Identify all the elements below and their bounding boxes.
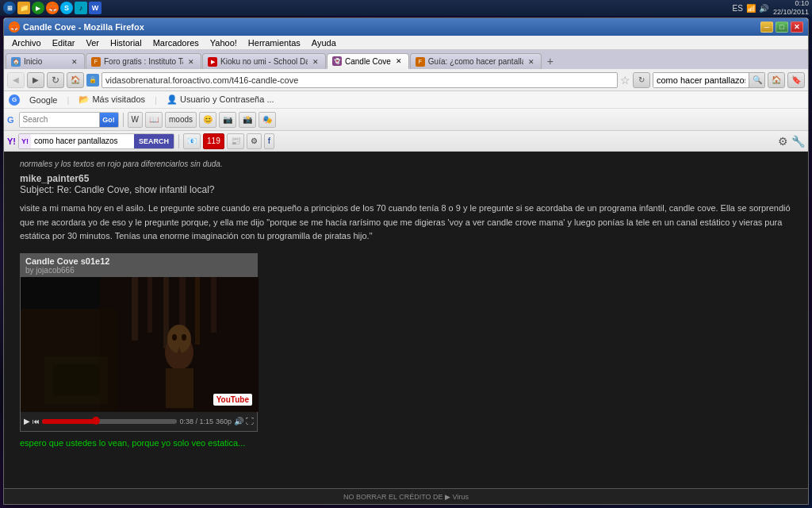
desktop: ⊞ 📁 ▶ 🦊 S ♪ W bbox=[0, 0, 812, 508]
svg-rect-3 bbox=[132, 277, 138, 341]
windows-start-icon[interactable]: ⊞ bbox=[3, 2, 16, 14]
bookmark-mas-visitados[interactable]: 📂 Más visitados bbox=[75, 93, 148, 106]
menu-ayuda[interactable]: Ayuda bbox=[307, 37, 341, 49]
back-button[interactable]: ◀ bbox=[7, 72, 25, 88]
svg-rect-16 bbox=[52, 364, 100, 396]
title-bar-left: 🦊 Candle Cove - Mozilla Firefox bbox=[9, 21, 144, 33]
bookmark-separator2: | bbox=[155, 95, 157, 105]
menu-ver[interactable]: Ver bbox=[81, 37, 104, 49]
system-clock: 0:10 22/10/2011 bbox=[773, 0, 809, 17]
browser-favicon: 🦊 bbox=[9, 21, 20, 33]
yahoo-mail-btn[interactable]: 📧 bbox=[183, 133, 201, 149]
toolbar-word-btn[interactable]: W bbox=[128, 112, 143, 128]
menu-marcadores[interactable]: Marcadores bbox=[148, 37, 204, 49]
address-input[interactable] bbox=[102, 72, 618, 88]
nav-search-go-button[interactable]: 🔍 bbox=[749, 73, 764, 87]
yt-fullscreen-button[interactable]: ⛶ bbox=[246, 417, 254, 425]
forum-content: normales y los textos en rojo para difer… bbox=[4, 152, 808, 488]
tab-guia[interactable]: F Guía: ¿como hacer pantallazos? - Inst.… bbox=[410, 53, 542, 69]
nav-home2-button[interactable]: 🏠 bbox=[768, 72, 785, 88]
home-button[interactable]: 🏠 bbox=[67, 72, 84, 88]
yahoo-extra-btn[interactable]: ⚙ bbox=[247, 133, 262, 149]
toolbar-extra-btn[interactable]: 🎭 bbox=[259, 112, 276, 128]
yahoo-search-button[interactable]: SEARCH bbox=[134, 134, 174, 148]
yt-play-button[interactable]: ▶ bbox=[24, 417, 30, 425]
post-username: mike_painter65 bbox=[20, 173, 792, 184]
word-icon[interactable]: W bbox=[89, 2, 102, 14]
yt-controls[interactable]: ▶ ⏮ 0:38 / 1:15 360p 🔊 ⛶ bbox=[21, 412, 257, 431]
yahoo-search-box: Y! SEARCH bbox=[18, 133, 174, 149]
nav-right: ☆ ↻ 🔍 🏠 🔖 bbox=[620, 72, 805, 88]
google-toolbar-search-box: Go! bbox=[19, 112, 119, 128]
browser-title: Candle Cove - Mozilla Firefox bbox=[23, 22, 144, 32]
tab-inicio[interactable]: 🏠 Inicio ✕ bbox=[6, 53, 85, 69]
tab-close-candle[interactable]: ✕ bbox=[394, 56, 404, 66]
minimize-button[interactable]: ─ bbox=[760, 21, 773, 33]
yt-volume-button[interactable]: 🔊 bbox=[234, 417, 243, 425]
tab-favicon-inicio: 🏠 bbox=[11, 57, 21, 67]
google-toolbar-search-input[interactable] bbox=[20, 113, 99, 127]
close-button[interactable]: ✕ bbox=[791, 21, 803, 33]
firefox-icon[interactable]: 🦊 bbox=[46, 2, 59, 14]
clock-time: 0:10 bbox=[773, 0, 809, 8]
skype-icon[interactable]: S bbox=[60, 2, 73, 14]
tab-close-kioku[interactable]: ✕ bbox=[311, 57, 320, 67]
page-settings-icon[interactable]: ⚙ bbox=[778, 135, 788, 148]
tab-close-foro[interactable]: ✕ bbox=[186, 57, 196, 67]
nav-search-input[interactable] bbox=[653, 73, 749, 87]
tools-icon[interactable]: 🔧 bbox=[791, 135, 805, 148]
bookmark-star-button[interactable]: ☆ bbox=[620, 74, 630, 87]
menu-editar[interactable]: Editar bbox=[48, 37, 80, 49]
toolbar-moods-btn[interactable]: moods bbox=[165, 112, 197, 128]
yt-quality-selector[interactable]: 360p bbox=[216, 418, 232, 425]
bookmarks-bar: G Google | 📂 Más visitados | 👤 Usuario y… bbox=[4, 91, 808, 109]
forward-button[interactable]: ▶ bbox=[27, 72, 44, 88]
title-bar-controls[interactable]: ─ □ ✕ bbox=[760, 21, 803, 33]
explorer-icon[interactable]: 📁 bbox=[17, 2, 30, 14]
tab-candle-cove[interactable]: 👻 Candle Cove ✕ bbox=[327, 53, 409, 69]
yahoo-news-btn[interactable]: 📰 bbox=[227, 133, 244, 149]
tab-foro[interactable]: F Foro gratis : Instituto Takemori ✕ bbox=[86, 53, 201, 69]
google-toolbar-logo: G bbox=[7, 115, 14, 125]
yt-progress-dot bbox=[92, 417, 100, 425]
svg-rect-8 bbox=[211, 277, 216, 333]
toolbar-camera-btn[interactable]: 📷 bbox=[219, 112, 236, 128]
toolbar-photo-btn[interactable]: 📸 bbox=[239, 112, 256, 128]
menu-historial[interactable]: Historial bbox=[105, 37, 147, 49]
new-tab-button[interactable]: + bbox=[542, 53, 558, 69]
yt-video-area[interactable]: YouTube bbox=[21, 277, 259, 412]
menu-yahoo[interactable]: Yahoo! bbox=[205, 37, 242, 49]
menu-herramientas[interactable]: Herramientas bbox=[243, 37, 305, 49]
taskbar-app-icons: ⊞ 📁 ▶ 🦊 S ♪ W bbox=[3, 2, 102, 14]
yahoo-logo: Y! bbox=[19, 134, 31, 148]
maximize-button[interactable]: □ bbox=[776, 21, 788, 33]
browser-window: 🦊 Candle Cove - Mozilla Firefox ─ □ ✕ Ar… bbox=[3, 17, 809, 505]
yahoo-badge-btn[interactable]: 119 bbox=[203, 133, 224, 149]
bottom-banner-text: NO BORRAR EL CRÉDITO DE ▶ Virus bbox=[343, 493, 469, 501]
bookmark-separator1: | bbox=[67, 95, 69, 105]
tab-close-guia[interactable]: ✕ bbox=[527, 57, 536, 67]
toolbar-sep1 bbox=[123, 113, 124, 127]
tab-close-inicio[interactable]: ✕ bbox=[70, 57, 79, 67]
yt-progress-bar[interactable] bbox=[42, 419, 177, 424]
nav-extra-button[interactable]: 🔖 bbox=[787, 72, 805, 88]
bookmark-google[interactable]: Google bbox=[26, 94, 60, 106]
menu-archivo[interactable]: Archivo bbox=[7, 37, 46, 49]
yahoo-search-input[interactable] bbox=[31, 134, 134, 148]
google-search-go-button[interactable]: Go! bbox=[99, 113, 118, 127]
language-indicator: ES bbox=[733, 4, 743, 13]
menu-bar: Archivo Editar Ver Historial Marcadores … bbox=[4, 36, 808, 50]
toolbar-spell-btn[interactable]: 📖 bbox=[145, 112, 163, 128]
bottom-banner: NO BORRAR EL CRÉDITO DE ▶ Virus bbox=[4, 488, 808, 504]
media-player-icon[interactable]: ▶ bbox=[32, 2, 44, 14]
bookmark-usuario[interactable]: 👤 Usuario y Contraseña ... bbox=[163, 93, 278, 106]
itunes-icon[interactable]: ♪ bbox=[75, 2, 87, 14]
tab-kioku[interactable]: ▶ Kioku no umi - School Days (Sub. Esp..… bbox=[202, 53, 326, 69]
yahoo-facebook-btn[interactable]: f bbox=[264, 133, 274, 149]
yt-rewind-button[interactable]: ⏮ bbox=[33, 418, 40, 425]
tab-favicon-foro: F bbox=[91, 57, 101, 67]
clock-date: 22/10/2011 bbox=[773, 8, 809, 17]
toolbar-smiley-btn[interactable]: 😊 bbox=[199, 112, 216, 128]
refresh-button[interactable]: ↻ bbox=[633, 72, 650, 88]
reload-button[interactable]: ↻ bbox=[47, 72, 64, 88]
